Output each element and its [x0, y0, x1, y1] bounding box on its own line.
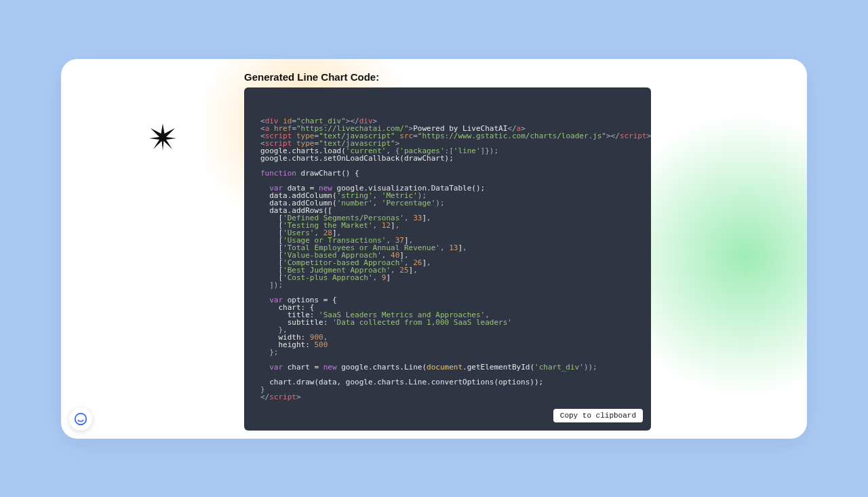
card: Generated Line Chart Code: <div id="char… [61, 59, 807, 439]
code-block: <div id="chart_div"></div> <a href="http… [244, 87, 651, 431]
copy-to-clipboard-button[interactable]: Copy to clipboard [553, 409, 643, 422]
code-heading: Generated Line Chart Code: [244, 71, 379, 83]
svg-point-0 [75, 413, 87, 424]
chat-avatar-icon [73, 412, 88, 426]
code-content: <div id="chart_div"></div> <a href="http… [260, 117, 635, 401]
sparkle-icon [149, 123, 176, 151]
chat-avatar-button[interactable] [69, 407, 92, 431]
